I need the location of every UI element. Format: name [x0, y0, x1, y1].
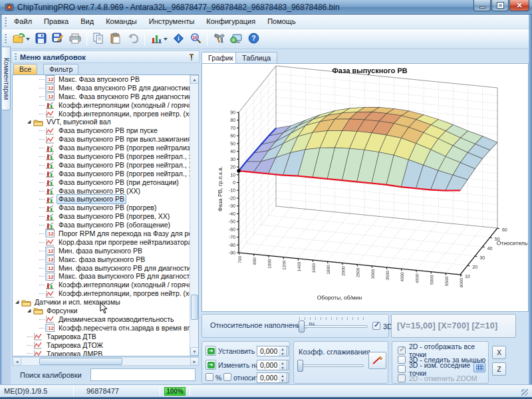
smoothing-slider-thumb[interactable] — [297, 360, 303, 372]
option-checkbox[interactable] — [398, 356, 406, 364]
mouse-cursor — [100, 302, 108, 314]
tree-guide — [39, 293, 45, 294]
curve-icon — [45, 315, 55, 323]
percent-checkbox[interactable] — [205, 373, 213, 381]
info-button[interactable]: i — [170, 31, 187, 47]
window-title: ChipTuningPRO ver.7.4.8.969 - Antara32L_… — [17, 3, 340, 12]
tree-item[interactable]: Тарировка ДМРВ — [13, 350, 198, 357]
tree-horizontal-scrollbar[interactable]: ◄ ► — [12, 357, 199, 366]
tools-button[interactable] — [210, 31, 227, 47]
help-button[interactable]: ? — [245, 31, 262, 47]
expand-arrow-icon[interactable]: ◢ — [27, 118, 33, 126]
fill-slider-groove[interactable] — [299, 325, 368, 328]
toolbar-separator — [86, 33, 87, 46]
option-row[interactable]: 2D - отменить ZOOM — [398, 374, 477, 383]
pin-icon[interactable] — [188, 53, 196, 61]
copy-button[interactable] — [90, 31, 107, 47]
apply-smoothing-button[interactable] — [368, 352, 386, 369]
option-row[interactable]: 2D - отображать все точки — [398, 346, 488, 355]
tree-guide — [39, 233, 45, 234]
menu-Помощь[interactable]: Помощь — [262, 15, 301, 27]
tree-guide — [27, 353, 33, 354]
grid-button[interactable] — [473, 362, 485, 372]
fill-slider-group: Относительное наполнение, % 3D — [201, 314, 389, 338]
svg-text:i: i — [178, 35, 180, 42]
progress-badge: 100% — [164, 387, 186, 396]
tree-guide — [39, 242, 45, 243]
option-checkbox[interactable] — [398, 346, 406, 354]
map-icon: 12 — [45, 84, 55, 92]
undo-button[interactable] — [124, 31, 142, 47]
tree-guide — [27, 345, 33, 346]
option-checkbox[interactable] — [398, 365, 406, 373]
smoothing-slider-groove[interactable] — [297, 364, 364, 367]
percent-label: % — [215, 374, 221, 382]
tab-filter[interactable]: Фильтр — [43, 64, 78, 74]
resize-grip[interactable] — [521, 389, 528, 396]
z-axis-button[interactable]: Z — [492, 362, 506, 376]
status-separator — [160, 386, 160, 396]
curve-icon — [33, 341, 43, 349]
option-checkbox[interactable] — [398, 374, 406, 382]
print-button[interactable] — [66, 31, 84, 47]
change-value-button[interactable]: ➜ — [205, 360, 216, 370]
relative-value-spinner[interactable]: ▲▼ — [279, 372, 287, 383]
change-value-label: Изменить на — [218, 361, 259, 369]
tools-icon — [213, 33, 225, 46]
tree-guide — [39, 156, 45, 157]
tree-guide — [39, 88, 45, 88]
scroll-down-icon[interactable]: ▼ — [190, 347, 199, 356]
fill-slider-thumb[interactable] — [299, 321, 305, 332]
spin-up-icon: ▲ — [281, 374, 285, 378]
scroll-up-icon[interactable]: ▲ — [190, 75, 199, 84]
tree-guide — [39, 199, 45, 200]
tree-guide — [39, 130, 45, 131]
tree-item[interactable]: 12Коэфф.пересчета отн.заряда в время впр… — [13, 324, 198, 332]
expand-arrow-icon[interactable]: ◢ — [15, 298, 21, 307]
tree-vertical-scrollbar[interactable]: ▲ ▼ — [190, 75, 198, 356]
tree-item[interactable]: Тарировка ДТВ — [13, 332, 198, 341]
x-axis-button[interactable]: X — [492, 346, 506, 359]
svg-text:12: 12 — [48, 274, 53, 280]
horizontal-scroll-thumb[interactable] — [39, 358, 122, 365]
tree-item[interactable]: Тарировка ДТОЖ — [13, 341, 198, 350]
tree-guide — [39, 148, 45, 148]
save-edit-button[interactable] — [49, 31, 66, 47]
tab-table[interactable]: Таблица — [235, 52, 277, 64]
bars-icon — [45, 101, 55, 109]
relative-checkbox[interactable] — [223, 373, 231, 381]
dropdown-caret-icon[interactable] — [164, 38, 168, 41]
scroll-left-icon[interactable]: ◄ — [13, 357, 21, 366]
set-value-button[interactable]: ➜ — [205, 346, 216, 356]
menu-Правка[interactable]: Правка — [39, 15, 74, 27]
menu-Инструменты[interactable]: Инструменты — [144, 15, 200, 27]
menu-Команды[interactable]: Команды — [100, 15, 142, 27]
surface-chart[interactable] — [202, 64, 528, 311]
maximize-button[interactable] — [491, 0, 509, 11]
bars-icon — [45, 221, 55, 229]
expand-arrow-icon[interactable]: ◢ — [27, 307, 33, 315]
smoothing-slider[interactable] — [297, 360, 364, 372]
network-button[interactable] — [227, 31, 245, 47]
paste-button[interactable] — [107, 31, 124, 47]
dropdown-caret-icon[interactable] — [26, 38, 30, 41]
tab-all[interactable]: Все — [13, 64, 37, 74]
change-value-spinner[interactable]: ▲▼ — [279, 360, 287, 370]
tab-graph[interactable]: График — [201, 52, 240, 64]
zoom-10-button[interactable]: 10 — [187, 31, 204, 47]
chart-button[interactable] — [148, 31, 165, 47]
vertical-scroll-thumb[interactable] — [191, 295, 198, 320]
open-file-button[interactable] — [10, 31, 27, 47]
minimize-button[interactable] — [473, 0, 491, 11]
search-input[interactable] — [90, 368, 196, 381]
menu-Вид[interactable]: Вид — [75, 15, 99, 27]
menu-Конфигурация[interactable]: Конфигурация — [201, 15, 261, 27]
close-button[interactable]: ✕ — [509, 0, 529, 11]
set-value-spinner[interactable]: ▲▼ — [279, 346, 287, 356]
3d-checkbox[interactable] — [372, 322, 380, 330]
scroll-right-icon[interactable]: ► — [190, 357, 199, 366]
save-button[interactable] — [32, 31, 49, 47]
fill-slider[interactable] — [299, 321, 368, 332]
menu-Файл[interactable]: Файл — [9, 15, 37, 27]
comments-side-tab[interactable]: Комментарии — [2, 47, 11, 110]
